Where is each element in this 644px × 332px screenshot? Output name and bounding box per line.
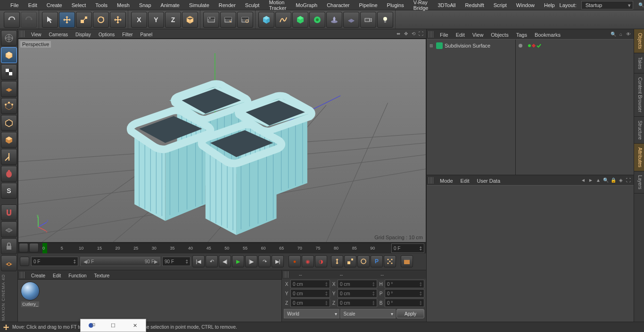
axis-mode-button[interactable] xyxy=(1,149,17,165)
material-menu-texture[interactable]: Texture xyxy=(91,272,114,279)
material-menu-function[interactable]: Function xyxy=(65,272,90,279)
object-menu-objects[interactable]: Objects xyxy=(487,31,512,39)
attr-search-icon[interactable]: 🔍 xyxy=(603,177,609,184)
menu-animate[interactable]: Animate xyxy=(156,1,184,9)
polygon-mode-button[interactable] xyxy=(1,132,17,148)
timeline-lock-icon[interactable] xyxy=(29,243,39,252)
object-menu-edit[interactable]: Edit xyxy=(452,31,469,39)
coord-size-field[interactable]: 0 cm‡ xyxy=(338,299,377,307)
float-close-button[interactable]: ✕ xyxy=(128,321,142,330)
spline-button[interactable] xyxy=(275,12,291,28)
coord-rotation-field[interactable]: 0 °‡ xyxy=(385,299,424,307)
render-view-button[interactable] xyxy=(203,12,219,28)
view-menu-filter[interactable]: Filter xyxy=(118,31,136,38)
timeline-ruler[interactable]: 051015202530354045505560657075808590 0 F… xyxy=(18,243,426,253)
light-button[interactable] xyxy=(377,12,393,28)
coord-mode-dropdown[interactable]: Scale xyxy=(340,309,396,318)
frame-range-slider[interactable]: ◀0 F90 F▶ xyxy=(80,257,160,266)
frame-end-field[interactable]: 90 F‡ xyxy=(162,257,190,266)
attr-max-icon[interactable]: ⛶ xyxy=(625,177,632,184)
menu-select[interactable]: Select xyxy=(67,1,91,9)
timeline-end-field[interactable]: 0 F‡ xyxy=(391,243,424,253)
timeline-opts-icon[interactable] xyxy=(20,257,29,266)
prev-key-button[interactable]: ↶ xyxy=(206,255,218,267)
make-editable-button[interactable] xyxy=(1,30,17,46)
menu-snap[interactable]: Snap xyxy=(134,1,156,9)
view-menu-options[interactable]: Options xyxy=(95,31,118,38)
vtab-layers[interactable]: Layers xyxy=(634,171,644,194)
autokey-button[interactable]: ◉ xyxy=(302,255,314,267)
scale-tool[interactable] xyxy=(76,12,92,28)
menu-3dtoall[interactable]: 3DToAll xyxy=(433,1,460,9)
view-menu-cameras[interactable]: Cameras xyxy=(45,31,72,38)
attr-new-icon[interactable]: ◈ xyxy=(618,177,624,184)
attr-menu-edit[interactable]: Edit xyxy=(457,177,473,185)
snap-toggle-button[interactable]: S xyxy=(1,183,17,199)
menu-v-ray-bridge[interactable]: V-Ray Bridge xyxy=(409,0,433,12)
attr-lock-icon[interactable]: 🔒 xyxy=(610,177,617,184)
menu-simulate[interactable]: Simulate xyxy=(184,1,214,9)
tweak-mode-button[interactable] xyxy=(1,166,17,182)
coord-position-field[interactable]: 0 cm‡ xyxy=(290,289,330,298)
coord-rotation-field[interactable]: 0 °‡ xyxy=(385,289,424,298)
layer-dot[interactable] xyxy=(519,44,522,48)
key-position-button[interactable] xyxy=(331,255,343,267)
record-button[interactable]: ● xyxy=(289,255,301,267)
render-visible-dot[interactable] xyxy=(532,44,536,48)
layout-dropdown[interactable]: Startup xyxy=(581,1,633,9)
coord-position-field[interactable]: 0 cm‡ xyxy=(290,299,330,307)
menu-help[interactable]: Help xyxy=(539,1,560,9)
view-menu-panel[interactable]: Panel xyxy=(137,31,157,38)
menu-plugins[interactable]: Plugins xyxy=(382,1,409,9)
menu-window[interactable]: Window xyxy=(512,1,539,9)
workplane-button[interactable] xyxy=(1,81,17,97)
view-menu-display[interactable]: Display xyxy=(72,31,95,38)
menu-edit[interactable]: Edit xyxy=(24,1,42,9)
keyframe-sel-button[interactable]: ◑ xyxy=(315,255,327,267)
workplane-grid-button[interactable] xyxy=(1,221,17,237)
object-name-label[interactable]: Subdivision Surface xyxy=(445,43,490,49)
enable-checkmark-icon[interactable] xyxy=(537,43,541,48)
view-rotate-icon[interactable]: ⟲ xyxy=(410,31,417,37)
object-menu-tags[interactable]: Tags xyxy=(512,31,531,39)
select-tool[interactable] xyxy=(42,12,58,28)
menu-script[interactable]: Script xyxy=(489,1,512,9)
x-axis-toggle[interactable]: X xyxy=(131,12,147,28)
menu-pipeline[interactable]: Pipeline xyxy=(354,1,382,9)
object-menu-file[interactable]: File xyxy=(436,31,452,39)
point-mode-button[interactable] xyxy=(1,98,17,114)
apply-button[interactable]: Apply xyxy=(396,309,424,318)
attr-menu-user-data[interactable]: User Data xyxy=(473,177,504,185)
attr-up-icon[interactable]: ▲ xyxy=(595,177,602,184)
key-param-button[interactable]: P xyxy=(371,255,383,267)
obj-search-icon[interactable]: 🔍 xyxy=(610,31,617,38)
expand-icon[interactable]: ⊞ xyxy=(429,43,434,48)
last-tool[interactable] xyxy=(110,12,126,28)
key-pla-button[interactable] xyxy=(384,255,396,267)
attr-prev-icon[interactable]: ◄ xyxy=(580,177,586,184)
key-scale-button[interactable] xyxy=(344,255,356,267)
vtab-objects[interactable]: Objects xyxy=(634,29,644,53)
lock-workplane-button[interactable] xyxy=(1,238,17,254)
magnet-button[interactable] xyxy=(1,204,17,220)
goto-start-button[interactable]: |◀ xyxy=(192,255,205,267)
planar-workplane-button[interactable] xyxy=(1,255,17,271)
view-config-icon[interactable]: ⬌ xyxy=(395,31,402,37)
viewport-3d[interactable]: Perspective Grid Spacing : 10 cm y z x xyxy=(18,39,426,243)
next-frame-button[interactable]: |▶ xyxy=(245,255,257,267)
menu-character[interactable]: Character xyxy=(322,1,354,9)
object-tree-item[interactable]: ⊞ Subdivision Surface xyxy=(429,41,513,50)
key-rotation-button[interactable] xyxy=(357,255,370,267)
material-menu-edit[interactable]: Edit xyxy=(49,272,65,279)
menu-redshift[interactable]: Redshift xyxy=(460,1,488,9)
menu-create[interactable]: Create xyxy=(42,1,67,9)
edge-mode-button[interactable] xyxy=(1,115,17,131)
next-key-button[interactable]: ↷ xyxy=(258,255,271,267)
menu-mesh[interactable]: Mesh xyxy=(112,1,134,9)
goto-end-button[interactable]: ▶| xyxy=(272,255,284,267)
menu-file[interactable]: File xyxy=(6,1,24,9)
material-menu-create[interactable]: Create xyxy=(27,272,49,279)
vtab-content-browser[interactable]: Content Browser xyxy=(634,73,644,116)
menu-render[interactable]: Render xyxy=(214,1,240,9)
rotate-tool[interactable] xyxy=(93,12,109,28)
